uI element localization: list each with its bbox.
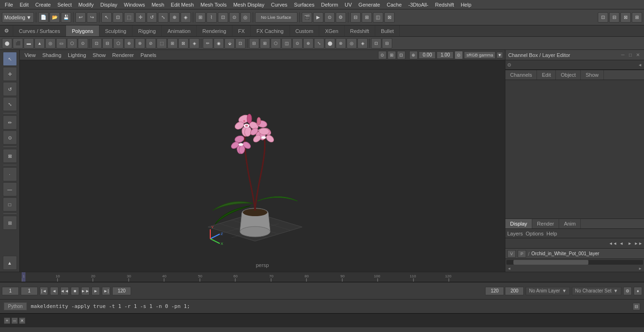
rotate-mode-btn[interactable]: ↺ (3, 82, 17, 96)
render-settings-btn[interactable]: ⚙ (336, 12, 346, 23)
delta-mush-btn[interactable]: ⊗ (336, 38, 346, 49)
editor-btn[interactable]: ⊠ (384, 12, 395, 23)
universal-manip-btn[interactable]: ⊕ (169, 12, 180, 23)
tab-polygons[interactable]: Polygons (66, 25, 99, 36)
display-tab-anim[interactable]: Anim (559, 219, 581, 228)
duplicate-face-btn[interactable]: ⬚ (157, 38, 167, 49)
poly-pipe-btn[interactable]: ⊙ (78, 38, 88, 49)
vp-camera-btn[interactable]: ⊙ (378, 51, 387, 59)
no-live-surface-btn[interactable]: No Live Surface (255, 12, 297, 23)
display-layer-btn[interactable]: ⊟ (350, 12, 361, 23)
tab-bullet[interactable]: Bullet (375, 25, 400, 36)
deform-btn[interactable]: ⬡ (271, 38, 281, 49)
layer-back-btn[interactable]: ◄ (618, 240, 625, 247)
poly-cube-btn[interactable]: ⬛ (13, 38, 23, 49)
panel-minimize-btn[interactable]: ─ (619, 52, 626, 58)
anim-settings-btn[interactable]: ⚙ (623, 287, 632, 295)
paint-weights-btn[interactable]: ⬙ (224, 38, 235, 49)
prev-keyframe-btn[interactable]: |◄ (40, 287, 48, 295)
subtab-layers[interactable]: Layers (507, 231, 523, 236)
layout-right-btn[interactable]: ⊡ (598, 12, 608, 23)
menu-edit[interactable]: Edit (17, 1, 32, 8)
select-tool-btn[interactable]: ↖ (101, 12, 112, 23)
undo-btn[interactable]: ↩ (75, 12, 86, 23)
pen-btn[interactable]: ✏ (203, 38, 213, 49)
bevel-btn[interactable]: ⬠ (113, 38, 124, 49)
layers-scrollbar[interactable] (506, 260, 643, 265)
vertex-mode-btn[interactable]: · (3, 167, 17, 181)
wrap-btn[interactable]: ⊙ (292, 38, 303, 49)
poly-sphere-btn[interactable]: ⬤ (2, 38, 12, 49)
layout-btn3[interactable]: ⊠ (620, 12, 631, 23)
paint-tool-btn[interactable]: ✏ (3, 115, 17, 130)
move-tool-btn[interactable]: ✛ (135, 12, 146, 23)
combine-btn[interactable]: ◈ (189, 38, 199, 49)
render-seq-btn[interactable]: ▶ (313, 12, 323, 23)
play-back-btn[interactable]: ◄◄ (60, 287, 69, 295)
ipr-btn[interactable]: ⊙ (324, 12, 335, 23)
subtab-options[interactable]: Options (526, 231, 544, 236)
layers-scroll-right[interactable]: ► (638, 267, 642, 271)
win-close-btn[interactable]: ✕ (19, 317, 25, 324)
gamma-input[interactable] (419, 51, 436, 59)
bridge-btn[interactable]: ⊟ (102, 38, 113, 49)
nonlinear-btn[interactable]: ⤡ (314, 38, 324, 49)
vp-shading-menu[interactable]: Shading (40, 52, 64, 58)
menu-modify[interactable]: Modify (75, 1, 96, 8)
history-btn[interactable]: ⊞ (3, 216, 17, 230)
layer-prev-btn[interactable]: ◄◄ (609, 240, 617, 247)
snap-view-btn[interactable]: ⊙ (229, 12, 239, 23)
vp-color-arrow[interactable]: ▼ (496, 52, 503, 58)
paint-select-btn[interactable]: ⬚ (124, 12, 134, 23)
panel-close-btn[interactable]: ✕ (635, 52, 641, 58)
uv-unfold-btn[interactable]: ⊟ (382, 38, 392, 49)
vp-view-menu[interactable]: View (22, 52, 39, 58)
poly-torus-btn[interactable]: ◎ (45, 38, 56, 49)
menu-redshift[interactable]: Redshift (432, 1, 457, 8)
tab-rendering[interactable]: Rendering (197, 25, 232, 36)
menu-deform[interactable]: Deform (318, 1, 341, 8)
quick-layout-btn[interactable]: ⊞ (362, 12, 372, 23)
channel-tab-channels[interactable]: Channels (505, 70, 537, 80)
snap-point-btn[interactable]: ⊡ (218, 12, 228, 23)
layout-btn2[interactable]: ⊟ (609, 12, 619, 23)
layer-v-btn[interactable]: V (507, 250, 516, 258)
menu-mesh[interactable]: Mesh (149, 1, 167, 8)
render-preview-btn[interactable]: ▲ (3, 256, 17, 270)
workspace-btn[interactable]: ◫ (373, 12, 383, 23)
tab-custom[interactable]: Custom (290, 25, 320, 36)
save-file-btn[interactable]: 💾 (61, 12, 71, 23)
vp-lighting-menu[interactable]: Lighting (65, 52, 89, 58)
menu-create[interactable]: Create (33, 1, 54, 8)
menu-edit-mesh[interactable]: Edit Mesh (168, 1, 197, 8)
anim-end2-input[interactable] (505, 287, 524, 295)
tab-xgen[interactable]: XGen (319, 25, 344, 36)
current-frame-input[interactable] (2, 287, 19, 295)
character-btn[interactable]: ♦ (634, 287, 642, 295)
new-file-btn[interactable]: 📄 (38, 12, 49, 23)
menu-mesh-display[interactable]: Mesh Display (231, 1, 267, 8)
uv-editor-btn[interactable]: ⊡ (371, 38, 381, 49)
timeline[interactable]: 1 10 20 30 40 50 60 70 80 90 1 (0, 272, 644, 282)
edge-flow-btn[interactable]: ⊡ (235, 38, 246, 49)
poly-cylinder-btn[interactable]: ▬ (24, 38, 34, 49)
menu-file[interactable]: File (2, 1, 16, 8)
snap-live-btn[interactable]: ◎ (240, 12, 251, 23)
layer-next-btn[interactable]: ►► (635, 240, 642, 247)
timeline-ruler[interactable]: 1 10 20 30 40 50 60 70 80 90 1 (22, 272, 503, 282)
edge-mode-btn[interactable]: — (3, 182, 17, 196)
mode-dropdown[interactable]: Modeling ▼ (2, 12, 34, 23)
win-min-btn[interactable]: ─ (11, 317, 18, 324)
face-mode-btn[interactable]: □ (3, 197, 17, 211)
tension-btn[interactable]: ◎ (347, 38, 357, 49)
python-btn[interactable]: Python (4, 302, 27, 310)
tab-curves-surfaces[interactable]: Curves / Surfaces (13, 25, 66, 36)
wire-btn[interactable]: ◫ (281, 38, 292, 49)
vp-grid-btn[interactable]: ⊡ (397, 51, 405, 59)
menu-curves[interactable]: Curves (268, 1, 290, 8)
snap-tool-btn[interactable]: ⊙ (3, 130, 17, 145)
jiggle-btn[interactable]: ⬤ (325, 38, 335, 49)
weld-btn[interactable]: ⊗ (135, 38, 145, 49)
no-char-set-dropdown[interactable]: No Character Set ▼ (572, 287, 621, 295)
select-mode-btn[interactable]: ↖ (3, 52, 17, 66)
